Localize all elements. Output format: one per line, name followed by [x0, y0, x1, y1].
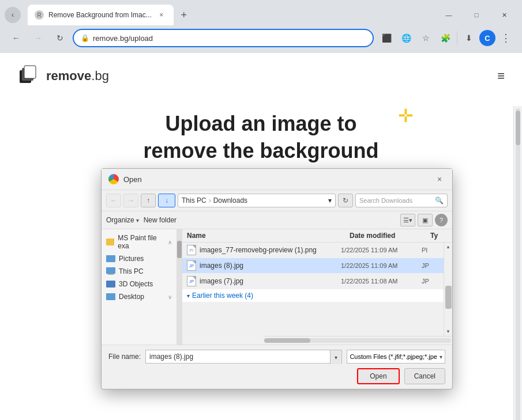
view-options-button[interactable]: ☰▾ [400, 214, 415, 226]
breadcrumb-separator: › [209, 196, 211, 205]
hscroll-track [264, 338, 451, 343]
view-panel-button[interactable]: ▣ [418, 214, 433, 226]
address-bar[interactable]: 🔒 remove.bg/upload [73, 29, 374, 47]
menu-button[interactable]: ≡ [497, 69, 505, 84]
sidebar-item-mspaint[interactable]: MS Paint file exa ∧ [102, 232, 176, 252]
table-row[interactable]: JP images (8).jpg 1/22/2025 11:09 AM JP [182, 258, 444, 274]
search-box[interactable]: Search Downloads 🔍 [355, 194, 448, 207]
main-scrollbar[interactable]: ▲ ▼ [444, 243, 452, 336]
download-button[interactable]: ⬇ [460, 29, 478, 47]
logo-icon [17, 65, 40, 88]
scroll-thumb[interactable] [445, 286, 452, 309]
file-table-header: Name Date modified Ty [182, 229, 452, 243]
logo-text: remove.bg [46, 69, 109, 84]
organize-arrow-icon: ▾ [136, 217, 139, 224]
horizontal-scrollbar[interactable] [263, 336, 452, 345]
translate-button[interactable]: 🌐 [397, 29, 415, 47]
new-folder-button[interactable]: New folder [144, 216, 176, 224]
breadcrumb-dropdown[interactable]: ▾ [328, 196, 332, 205]
dialog-back-button[interactable]: ← [106, 194, 121, 207]
folder-icon [106, 255, 115, 262]
forward-nav-button[interactable]: → [29, 29, 47, 47]
hscroll-thumb[interactable] [264, 338, 310, 343]
sidebar-item-label: This PC [119, 267, 144, 275]
dialog-up-button[interactable]: ↑ [141, 194, 156, 207]
dialog-chrome-icon [108, 174, 119, 184]
file-name: images (8).jpg [200, 262, 341, 270]
column-name[interactable]: Name [187, 232, 350, 240]
sidebar-item-label: 3D Objects [119, 280, 153, 288]
hero-section: ✛ Upload an image to remove the backgrou… [143, 111, 378, 165]
sidebar-item-label: MS Paint file exa [118, 234, 164, 250]
column-type[interactable]: Ty [430, 232, 448, 240]
help-button[interactable]: ? [435, 214, 448, 226]
file-icon: JP [187, 260, 196, 271]
filename-label: File name: [108, 353, 141, 361]
lock-icon: 🔒 [81, 34, 89, 42]
breadcrumb[interactable]: This PC › Downloads ▾ [178, 194, 336, 207]
table-row[interactable]: JP images (7).jpg 1/22/2025 11:08 AM JP [182, 274, 444, 289]
svg-rect-4 [24, 66, 36, 78]
file-icon: JP [187, 276, 196, 286]
filetype-select[interactable]: Custom Files (*.jfif;*.pjpeg;*.jpe ▾ [347, 350, 445, 364]
scroll-down-button[interactable]: ▼ [444, 327, 452, 336]
dialog-forward-button[interactable]: → [123, 194, 138, 207]
search-icon[interactable]: 🔍 [435, 196, 444, 205]
maximize-button[interactable]: □ [463, 5, 490, 25]
column-date[interactable]: Date modified [350, 232, 430, 240]
extensions-button[interactable]: 🧩 [436, 29, 455, 47]
tab-close-button[interactable]: × [156, 10, 167, 20]
sidebar-item-pictures[interactable]: Pictures [102, 252, 176, 265]
file-date: 1/22/2025 11:09 AM [341, 262, 422, 269]
scrollbar-thumb[interactable] [516, 111, 520, 145]
dialog-refresh-button[interactable]: ↻ [338, 194, 353, 207]
tab-title: Remove Background from Imac... [48, 11, 152, 19]
dialog-close-button[interactable]: × [434, 173, 445, 185]
reload-button[interactable]: ↻ [51, 29, 69, 47]
folder-icon [106, 293, 115, 300]
browser-scrollbar[interactable] [513, 106, 522, 420]
folder-icon [106, 239, 114, 245]
scrollbar-track [516, 108, 520, 420]
sidebar-item-desktop[interactable]: Desktop ∨ [102, 290, 176, 303]
active-tab[interactable]: R Remove Background from Imac... × [28, 5, 174, 25]
profile-button[interactable]: C [479, 30, 495, 46]
breadcrumb-folder: Downloads [213, 196, 247, 205]
minimize-button[interactable]: — [435, 5, 462, 25]
filetype-value: Custom Files (*.jfif;*.pjpeg;*.jpe [350, 353, 437, 360]
svg-rect-5 [106, 267, 115, 274]
cast-button[interactable]: ⬛ [377, 29, 396, 47]
sidebar-scrollbar[interactable] [177, 229, 182, 345]
filename-input[interactable]: images (8).jpg ▾ [145, 350, 342, 364]
dialog-body: MS Paint file exa ∧ Pictures This PC [102, 229, 452, 345]
star-button[interactable]: ☆ [416, 29, 435, 47]
sidebar-item-label: Pictures [119, 255, 144, 263]
scroll-up-button[interactable]: ▲ [444, 243, 452, 251]
close-button[interactable]: ✕ [491, 5, 517, 25]
scroll-track [444, 251, 452, 327]
earlier-this-week-header[interactable]: ▾ Earlier this week (4) [182, 289, 444, 302]
search-placeholder: Search Downloads [359, 197, 433, 204]
dialog-down-button[interactable]: ↓ [158, 194, 175, 207]
dialog-toolbar2: Organize ▾ New folder ☰▾ ▣ ? [102, 211, 452, 229]
table-row[interactable]: PI images_77-removebg-preview (1).png 1/… [182, 243, 444, 258]
earlier-label: Earlier this week (4) [192, 292, 253, 300]
filetype-arrow-icon: ▾ [440, 354, 442, 360]
url-display: remove.bg/upload [93, 34, 366, 43]
cancel-button[interactable]: Cancel [404, 368, 445, 384]
sidebar-item-thispc[interactable]: This PC [102, 265, 176, 278]
back-nav-button[interactable]: ← [7, 29, 25, 47]
sidebar-scrollbar-thumb [177, 241, 182, 258]
file-date: 1/22/2025 11:09 AM [341, 247, 422, 253]
back-button[interactable]: ‹ [5, 7, 21, 23]
file-type: JP [422, 262, 439, 269]
open-button[interactable]: Open [357, 368, 399, 384]
organize-button[interactable]: Organize ▾ [106, 216, 139, 224]
sidebar-item-3dobjects[interactable]: 3D Objects [102, 278, 176, 290]
filename-dropdown[interactable]: ▾ [330, 350, 341, 364]
dialog-toolbar: ← → ↑ ↓ This PC › Downloads ▾ ↻ Search D… [102, 190, 452, 211]
new-tab-button[interactable]: + [176, 7, 192, 23]
svg-rect-7 [108, 274, 114, 275]
hero-title: Upload an image to remove the background [143, 111, 378, 165]
more-options-button[interactable]: ⋮ [497, 29, 515, 47]
